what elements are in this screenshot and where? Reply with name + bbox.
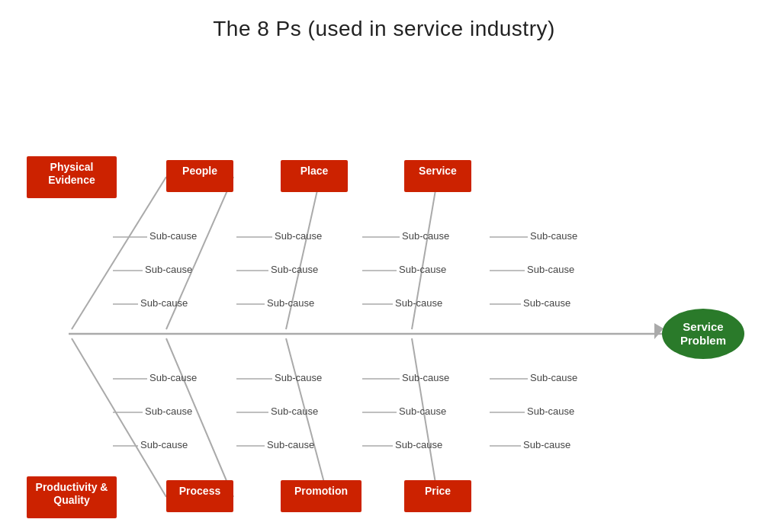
box-people: People [166, 160, 233, 192]
box-service: Service [404, 160, 471, 192]
sub-cause-u3r1: Sub-cause [527, 264, 574, 275]
sub-cause-l0r2: Sub-cause [140, 439, 188, 450]
sub-cause-l2r2: Sub-cause [395, 439, 442, 450]
svg-line-8 [412, 338, 438, 497]
sub-cause-l3r1: Sub-cause [527, 405, 574, 417]
svg-line-5 [72, 338, 166, 497]
sub-cause-u3r0: Sub-cause [530, 230, 577, 242]
sub-cause-l2r1: Sub-cause [399, 405, 446, 417]
sub-cause-u0r1: Sub-cause [145, 264, 192, 275]
sub-cause-u3r2: Sub-cause [523, 297, 570, 309]
sub-cause-l0r0: Sub-cause [149, 372, 197, 383]
page-title: The 8 Ps (used in service industry) [0, 0, 768, 41]
sub-cause-l1r1: Sub-cause [271, 405, 318, 417]
svg-line-7 [286, 338, 328, 497]
sub-cause-l3r2: Sub-cause [523, 439, 570, 450]
fishbone-svg [0, 61, 768, 526]
sub-cause-u0r2: Sub-cause [140, 297, 188, 309]
sub-cause-u2r1: Sub-cause [399, 264, 446, 275]
sub-cause-u1r0: Sub-cause [275, 230, 322, 242]
sub-cause-u2r0: Sub-cause [402, 230, 449, 242]
sub-cause-l1r2: Sub-cause [267, 439, 314, 450]
service-problem: ServiceProblem [662, 309, 744, 359]
sub-cause-u1r1: Sub-cause [271, 264, 318, 275]
box-place: Place [281, 160, 348, 192]
box-physical-evidence: PhysicalEvidence [27, 156, 117, 198]
box-process: Process [166, 480, 233, 512]
sub-cause-l3r0: Sub-cause [530, 372, 577, 383]
diagram-container: PhysicalEvidence People Place Service Pr… [0, 61, 768, 526]
sub-cause-u2r2: Sub-cause [395, 297, 442, 309]
sub-cause-l2r0: Sub-cause [402, 372, 449, 383]
sub-cause-u0r0: Sub-cause [149, 230, 197, 242]
sub-cause-l1r0: Sub-cause [275, 372, 322, 383]
box-price: Price [404, 480, 471, 512]
box-productivity-quality: Productivity &Quality [27, 476, 117, 518]
svg-line-6 [166, 338, 233, 497]
sub-cause-l0r1: Sub-cause [145, 405, 192, 417]
box-promotion: Promotion [281, 480, 362, 512]
sub-cause-u1r2: Sub-cause [267, 297, 314, 309]
